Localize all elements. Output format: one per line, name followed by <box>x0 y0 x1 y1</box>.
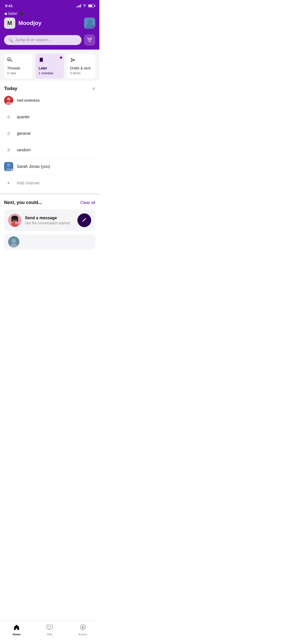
hash-icon-random: # <box>7 147 10 153</box>
hash-icon-general: # <box>7 131 10 137</box>
back-label: Safari <box>8 11 17 16</box>
neil-label: neil.oneness <box>17 98 40 103</box>
search-icon: 🔍 <box>8 38 13 42</box>
workspace-icon[interactable]: M <box>4 18 15 29</box>
workspace-name: Moodjoy <box>18 20 41 26</box>
hash-icon: # <box>7 114 10 120</box>
search-placeholder: Jump to or search... <box>15 38 51 42</box>
suggestion-card-send-message[interactable]: Send a message Get the conversation star… <box>4 209 95 231</box>
status-time: 9:41 <box>5 4 13 8</box>
list-item-general[interactable]: # general <box>4 125 95 142</box>
header: ◀ Safari M Moodjoy <box>0 10 99 32</box>
svg-point-12 <box>16 219 16 220</box>
filter-button[interactable] <box>84 34 95 46</box>
compose-icon <box>82 217 87 224</box>
svg-point-17 <box>17 222 18 223</box>
signal-bars-icon <box>76 4 81 7</box>
next-section: Next, you could... Clear all <box>0 195 99 255</box>
battery-icon <box>88 4 94 7</box>
back-arrow-icon: ◀ <box>4 11 7 16</box>
suggestion-sub: Get the conversation started. <box>25 221 74 225</box>
header-left: M Moodjoy <box>4 18 41 29</box>
svg-point-19 <box>11 239 16 243</box>
wifi-icon <box>83 4 87 8</box>
threads-icon <box>7 57 29 64</box>
threads-card[interactable]: Threads 0 new <box>4 54 32 79</box>
list-item-neil[interactable]: neil.oneness <box>4 92 95 109</box>
random-channel-icon: # <box>4 145 13 155</box>
threads-sub: 0 new <box>7 71 29 75</box>
today-section-header: Today ∨ <box>4 86 95 91</box>
compose-fab-button[interactable] <box>77 213 91 227</box>
search-input-wrap[interactable]: 🔍 Jump to or search... <box>4 35 82 45</box>
today-section: Today ∨ neil.oneness # quarter # general… <box>0 81 99 193</box>
header-main: M Moodjoy <box>4 18 95 29</box>
search-bar: 🔍 Jump to or search... <box>0 32 99 50</box>
svg-rect-9 <box>11 217 13 222</box>
today-title: Today <box>4 86 17 91</box>
add-channel-label: Add channel <box>17 181 39 185</box>
next-title: Next, you could... <box>4 200 42 205</box>
bottom-spacer <box>0 255 99 277</box>
svg-point-11 <box>13 219 14 220</box>
clear-all-button[interactable]: Clear all <box>80 200 95 205</box>
sarah-avatar <box>4 162 13 171</box>
chevron-down-icon[interactable]: ∨ <box>92 86 95 91</box>
plus-icon: + <box>4 179 13 188</box>
threads-label: Threads <box>7 66 29 70</box>
back-row[interactable]: ◀ Safari <box>4 11 95 16</box>
later-label: Later <box>38 66 61 70</box>
suggestion-content: Send a message Get the conversation star… <box>25 216 74 225</box>
later-card[interactable]: Later 1 overdue <box>35 54 64 79</box>
neil-avatar <box>4 96 13 105</box>
next-section-header: Next, you could... Clear all <box>4 200 95 205</box>
list-item-quarter[interactable]: # quarter <box>4 109 95 125</box>
quarter-label: quarter <box>17 115 30 119</box>
drafts-card[interactable]: Drafts & sent 0 items <box>67 54 95 79</box>
list-item-random[interactable]: # random <box>4 142 95 158</box>
suggestion-avatar <box>8 214 21 227</box>
status-bar: 9:41 <box>0 0 99 10</box>
notification-dot <box>20 12 23 15</box>
svg-rect-10 <box>17 217 18 222</box>
general-channel-icon: # <box>4 129 13 138</box>
general-label: general <box>17 131 30 136</box>
svg-point-14 <box>15 221 18 224</box>
svg-point-15 <box>16 222 16 223</box>
sarah-label: Sarah Jonas (you) <box>17 164 50 169</box>
drafts-label: Drafts & sent <box>70 66 92 70</box>
status-icons <box>76 4 94 8</box>
quarter-channel-icon: # <box>4 112 13 122</box>
list-item-sarah[interactable]: Sarah Jonas (you) <box>4 158 95 175</box>
random-label: random <box>17 148 31 152</box>
filter-icon <box>87 38 92 42</box>
section-divider <box>0 193 99 195</box>
partial-suggestion-card[interactable] <box>4 234 95 250</box>
later-sub: 1 overdue <box>38 71 61 75</box>
add-channel-item[interactable]: + Add channel <box>4 175 95 193</box>
svg-point-16 <box>16 222 17 223</box>
drafts-icon <box>70 57 92 64</box>
drafts-sub: 0 items <box>70 71 92 75</box>
user-avatar-button[interactable] <box>84 18 95 29</box>
quick-cards: Threads 0 new Later 1 overdue Drafts & s… <box>0 50 99 81</box>
avatar-status-dot <box>92 26 95 28</box>
suggestion-title: Send a message <box>25 216 74 220</box>
later-icon <box>38 57 61 64</box>
